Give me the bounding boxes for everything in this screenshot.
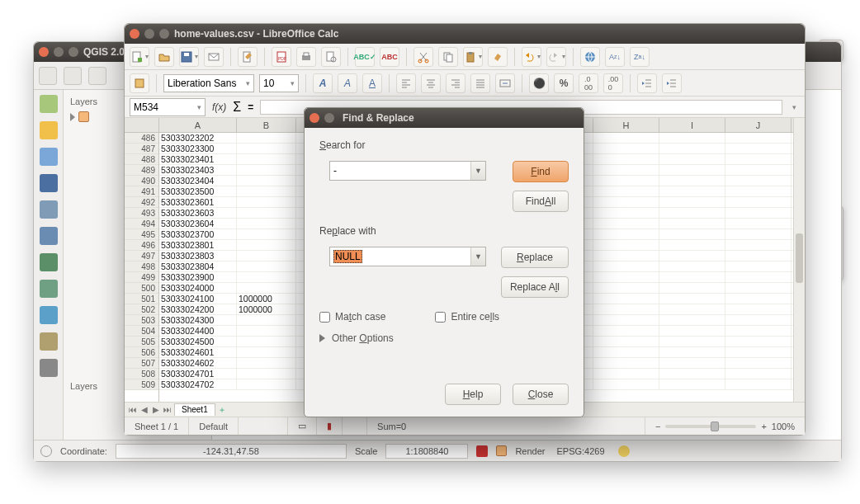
add-wcs-icon[interactable]: [40, 280, 58, 298]
maximize-icon[interactable]: [69, 47, 78, 57]
cell[interactable]: [659, 186, 725, 196]
cell[interactable]: 53033024602: [159, 358, 237, 368]
cell[interactable]: 1000000: [237, 304, 296, 314]
replace-button[interactable]: Replace: [501, 247, 569, 268]
cell[interactable]: [593, 304, 659, 314]
currency-button[interactable]: ⚫: [529, 73, 549, 93]
cell[interactable]: [659, 326, 725, 336]
add-decimal-button[interactable]: .000: [579, 73, 598, 93]
open-button[interactable]: [154, 47, 174, 67]
format-paintbrush-button[interactable]: [488, 47, 508, 67]
stop-render-icon[interactable]: [476, 445, 488, 457]
match-case-checkbox[interactable]: Match case: [319, 311, 385, 323]
row-header[interactable]: 502: [125, 304, 158, 315]
row-header[interactable]: 488: [125, 154, 158, 165]
cell[interactable]: [725, 197, 791, 207]
cell[interactable]: [237, 229, 296, 239]
cell[interactable]: [237, 208, 296, 218]
row-header[interactable]: 487: [125, 144, 158, 154]
dialog-titlebar[interactable]: Find & Replace: [305, 108, 584, 128]
cell[interactable]: [593, 176, 659, 186]
cell[interactable]: [725, 358, 791, 368]
render-checkbox[interactable]: [496, 445, 507, 456]
save-button[interactable]: [179, 47, 199, 67]
cell[interactable]: [237, 272, 296, 282]
find-button[interactable]: Find: [513, 161, 569, 182]
cell[interactable]: [593, 272, 659, 282]
cell[interactable]: [593, 326, 659, 336]
cell[interactable]: [725, 229, 791, 239]
sort-desc-button[interactable]: Za↓: [630, 47, 650, 67]
cell[interactable]: [237, 186, 296, 196]
row-header[interactable]: 493: [125, 208, 158, 219]
cell[interactable]: [659, 219, 725, 228]
add-spatialite-icon[interactable]: [40, 227, 58, 245]
cell[interactable]: 53033024400: [159, 326, 237, 336]
replace-all-button[interactable]: Replace All: [501, 276, 569, 298]
vertical-scrollbar[interactable]: [793, 118, 805, 402]
email-button[interactable]: [204, 47, 224, 67]
autospell-button[interactable]: ABC: [380, 47, 399, 67]
expand-icon[interactable]: [70, 113, 75, 121]
open-project-icon[interactable]: [64, 67, 82, 85]
layer-checkbox[interactable]: [78, 111, 89, 122]
cell[interactable]: 53033024702: [159, 379, 237, 389]
search-input[interactable]: [333, 165, 482, 177]
cell[interactable]: [659, 229, 725, 239]
cell[interactable]: 1000000: [237, 294, 296, 304]
cell[interactable]: [659, 240, 725, 250]
cell[interactable]: [725, 261, 791, 271]
row-header[interactable]: 505: [125, 337, 158, 347]
edit-icon[interactable]: [40, 121, 58, 139]
cell[interactable]: 53033023603: [159, 208, 237, 218]
edit-doc-button[interactable]: [238, 47, 258, 67]
chevron-down-icon[interactable]: ▼: [470, 247, 485, 266]
redo-button[interactable]: [546, 47, 566, 67]
cell[interactable]: [725, 315, 791, 325]
row-header[interactable]: 494: [125, 219, 158, 229]
cell[interactable]: [593, 315, 659, 325]
save-project-icon[interactable]: [88, 67, 106, 85]
cell[interactable]: [725, 294, 791, 304]
cell[interactable]: 53033024701: [159, 369, 237, 379]
cell[interactable]: 53033023401: [159, 154, 237, 164]
cell[interactable]: [237, 379, 296, 389]
cell[interactable]: [659, 347, 725, 357]
cell[interactable]: [237, 358, 296, 368]
cell[interactable]: [659, 251, 725, 261]
cell[interactable]: [659, 315, 725, 325]
maximize-icon[interactable]: [159, 29, 169, 39]
cell[interactable]: [593, 240, 659, 250]
cell[interactable]: [659, 283, 725, 293]
row-header[interactable]: 491: [125, 186, 158, 197]
new-project-icon[interactable]: [39, 67, 57, 85]
cell[interactable]: [237, 261, 296, 271]
cell[interactable]: [659, 379, 725, 389]
col-header-h[interactable]: H: [593, 118, 659, 132]
sheet-tab[interactable]: Sheet1: [174, 403, 215, 416]
cell[interactable]: 53033023403: [159, 165, 237, 175]
align-left-button[interactable]: [396, 73, 416, 93]
copy-button[interactable]: [438, 47, 458, 67]
cell[interactable]: [659, 176, 725, 186]
cell[interactable]: 53033023500: [159, 186, 237, 196]
input-expand-icon[interactable]: ▾: [789, 103, 800, 111]
cell[interactable]: 53033023404: [159, 176, 237, 186]
print-button[interactable]: [296, 47, 316, 67]
row-header[interactable]: 500: [125, 283, 158, 294]
cell[interactable]: 53033023804: [159, 261, 237, 271]
close-button[interactable]: Close: [513, 384, 569, 405]
chevron-down-icon[interactable]: ▼: [470, 162, 485, 180]
cell[interactable]: [725, 133, 791, 143]
align-right-button[interactable]: [446, 73, 465, 93]
help-button[interactable]: Help: [445, 384, 501, 405]
row-header[interactable]: 489: [125, 165, 158, 176]
row-header[interactable]: 499: [125, 272, 158, 283]
cell[interactable]: [593, 347, 659, 357]
last-sheet-icon[interactable]: ⏭: [163, 405, 172, 414]
cell[interactable]: [725, 304, 791, 314]
prev-sheet-icon[interactable]: ◀: [139, 405, 149, 414]
col-header-a[interactable]: A: [159, 118, 237, 132]
cell[interactable]: [593, 144, 659, 153]
cell[interactable]: 53033023300: [159, 144, 237, 153]
